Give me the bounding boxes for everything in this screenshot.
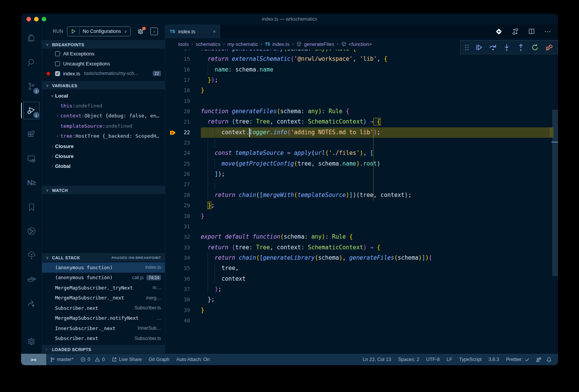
line-number[interactable]: 20 xyxy=(165,106,201,117)
language-mode-item[interactable]: TypeScript xyxy=(455,354,485,365)
sidebar-item-git-graph[interactable] xyxy=(22,221,41,241)
breadcrumb-item[interactable]: TSindex.ts xyxy=(265,41,290,47)
auto-attach-item[interactable]: Auto Attach: On xyxy=(173,354,213,365)
line-number[interactable]: 15 xyxy=(165,54,201,64)
line-number[interactable]: 18 xyxy=(165,85,201,96)
line-number[interactable]: 39 xyxy=(165,305,201,316)
line-number[interactable]: 27 xyxy=(165,179,201,190)
eol-item[interactable]: LF xyxy=(443,354,456,365)
line-number[interactable]: 29 xyxy=(165,200,201,211)
step-out-button[interactable] xyxy=(516,42,526,52)
line-number[interactable]: 26 xyxy=(165,169,201,179)
code-line[interactable]: 20function generateFiles(schema: any): R… xyxy=(165,106,551,117)
compare-changes-icon[interactable] xyxy=(512,28,519,35)
more-actions-icon[interactable]: ⋯ xyxy=(544,28,551,36)
code-line[interactable]: 37 ); xyxy=(165,284,551,294)
sidebar-item-run-debug[interactable]: 1 xyxy=(22,101,41,120)
cursor-position-item[interactable]: Ln 22, Col 13 xyxy=(359,354,394,365)
code-line[interactable]: 24 const templateSource = apply(url('./f… xyxy=(165,148,551,158)
breadcrumb-item[interactable]: schematics xyxy=(195,41,220,47)
line-number[interactable]: 23 xyxy=(165,138,201,148)
sidebar-item-bookmarks[interactable] xyxy=(22,197,41,217)
code-line[interactable]: 34 return chain([generateLibrary(schema)… xyxy=(165,253,551,263)
code-line[interactable]: 21 return (tree: Tree, context: Schemati… xyxy=(165,117,551,127)
manage-settings-button[interactable] xyxy=(22,332,41,351)
line-number[interactable]: 22 xyxy=(165,127,201,138)
sidebar-item-remote-explorer[interactable] xyxy=(22,149,41,169)
disconnect-button[interactable] xyxy=(544,42,554,52)
call-stack-frame[interactable]: MergeMapSubscriber._nextmerg… xyxy=(42,293,165,303)
step-into-button[interactable] xyxy=(502,42,512,52)
prettier-item[interactable]: Prettier: xyxy=(503,354,533,365)
sidebar-item-explorer[interactable] xyxy=(22,28,41,48)
close-tab-icon[interactable]: × xyxy=(213,29,216,34)
line-number[interactable]: 21 xyxy=(165,117,201,127)
code-line[interactable]: 28 return chain([mergeWith(templateSourc… xyxy=(165,190,551,200)
code-line[interactable]: 19 xyxy=(165,96,551,106)
code-line[interactable]: 15 return externalSchematic('@nrwl/works… xyxy=(165,54,551,64)
code-line[interactable]: 25 move(getProjectConfig(tree, schema.na… xyxy=(165,159,551,169)
line-number[interactable]: 28 xyxy=(165,190,201,200)
breadcrumb-item[interactable]: generateFiles xyxy=(296,41,334,47)
restart-button[interactable] xyxy=(530,42,540,52)
debug-settings-button[interactable] xyxy=(137,28,144,35)
watch-header[interactable]: ∨ WATCH xyxy=(42,186,165,194)
code-editor[interactable]: 14function generateLibrary(schema: any):… xyxy=(165,50,558,354)
variable-row[interactable]: ›Closure xyxy=(42,151,165,161)
code-line[interactable]: 17 }); xyxy=(165,75,551,85)
code-line[interactable]: 35 tree, xyxy=(165,263,551,273)
sidebar-item-extensions[interactable] xyxy=(22,125,41,145)
breakpoint-row[interactable]: Uncaught Exceptions xyxy=(42,59,165,68)
sidebar-item-search[interactable] xyxy=(22,52,41,72)
variable-row[interactable]: ›Global xyxy=(42,161,165,171)
code-line[interactable]: 16 name: schema.name xyxy=(165,65,551,75)
line-number[interactable]: 30 xyxy=(165,211,201,221)
breakpoint-row[interactable]: All Exceptions xyxy=(42,49,165,59)
call-stack-frame[interactable]: (anonymous function)index.ts xyxy=(42,262,165,273)
call-stack-frame[interactable]: Subscriber.nextSubscriber.ts xyxy=(42,333,165,344)
variable-row[interactable]: ∨Local xyxy=(42,91,165,101)
variable-row[interactable]: templateSource: undefined xyxy=(42,121,165,131)
line-number[interactable]: 31 xyxy=(165,221,201,232)
launch-config-select[interactable]: No Configurations ∨ xyxy=(67,26,131,36)
code-line[interactable]: 36 context xyxy=(165,274,551,284)
encoding-item[interactable]: UTF-8 xyxy=(423,354,443,365)
code-line[interactable]: 29 }; xyxy=(165,200,551,211)
breakpoint-checkbox[interactable]: ✓ xyxy=(55,71,60,76)
breadcrumb-item[interactable]: tools xyxy=(178,41,189,47)
breakpoint-checkbox[interactable] xyxy=(55,61,60,66)
code-line[interactable]: 23 xyxy=(165,138,551,148)
line-number[interactable]: 40 xyxy=(165,316,201,326)
breadcrumb-item[interactable]: my-schematic xyxy=(228,41,258,47)
line-number[interactable]: 33 xyxy=(165,242,201,253)
line-number[interactable]: 25 xyxy=(165,159,201,169)
code-line[interactable]: 22 context.logger.info('adding NOTES.md … xyxy=(165,127,551,138)
sidebar-item-source-control[interactable]: 3 xyxy=(22,76,41,96)
sidebar-item-todo-tree[interactable] xyxy=(22,245,41,265)
feedback-item[interactable] xyxy=(533,354,544,365)
variables-header[interactable]: ∨ VARIABLES xyxy=(42,81,165,89)
line-number[interactable]: 34 xyxy=(165,253,201,263)
sidebar-item-nx-console[interactable]: N≥ xyxy=(22,173,41,193)
variable-row[interactable]: this: undefined xyxy=(42,101,165,111)
variable-row[interactable]: ›context: Object {debug: false, en… xyxy=(42,111,165,121)
call-stack-frame[interactable]: InnerSubscriber._nextInnerSub… xyxy=(42,323,165,333)
loaded-scripts-header[interactable]: › LOADED SCRIPTS xyxy=(42,345,165,353)
sidebar-item-docker[interactable] xyxy=(22,269,41,289)
drag-grip-icon[interactable] xyxy=(464,44,469,51)
code-line[interactable]: 39} xyxy=(165,305,551,316)
continue-button[interactable] xyxy=(474,42,483,52)
code-line[interactable]: 18} xyxy=(165,85,551,96)
split-editor-icon[interactable] xyxy=(528,28,535,35)
breadcrumb-item[interactable]: <function> xyxy=(341,41,372,47)
call-stack-frame[interactable]: (anonymous function)call.js74:24 xyxy=(42,273,165,283)
code-line[interactable]: 33 return (tree: Tree, context: Schemati… xyxy=(165,242,551,253)
line-number[interactable]: 19 xyxy=(165,96,201,106)
code-line[interactable]: 27 xyxy=(165,179,551,190)
git-branch-item[interactable]: master* xyxy=(46,354,77,365)
live-share-item[interactable]: Live Share xyxy=(108,354,145,365)
indentation-item[interactable]: Spaces: 2 xyxy=(395,354,423,365)
code-line[interactable]: 32export default function(schema: any): … xyxy=(165,232,551,242)
notifications-item[interactable] xyxy=(544,354,554,365)
line-number[interactable]: 38 xyxy=(165,294,201,305)
